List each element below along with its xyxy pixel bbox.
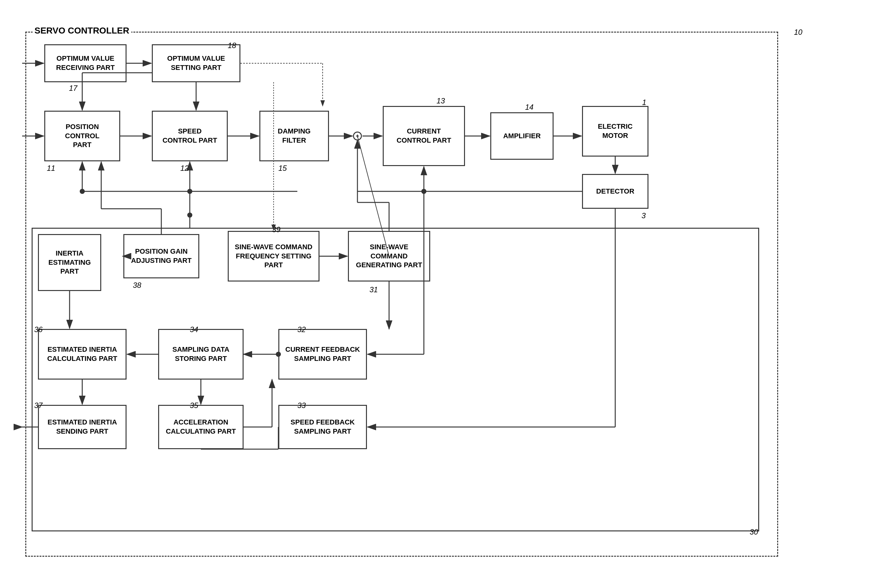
num-17: 17 <box>69 84 78 93</box>
num-36: 36 <box>34 325 43 334</box>
num-13: 13 <box>436 96 445 105</box>
detector: DETECTOR <box>582 174 648 209</box>
diagram: SERVO CONTROLLER 10 OPTIMUM VALUE RECEIV… <box>13 13 873 576</box>
num-30: 30 <box>750 528 758 537</box>
position-gain-adjusting-part: POSITION GAINADJUSTING PART <box>123 234 199 278</box>
estimated-inertia-sending-part: ESTIMATED INERTIASENDING PART <box>38 405 126 449</box>
amplifier: AMPLIFIER <box>490 112 553 160</box>
optimum-value-setting-part: OPTIMUM VALUE SETTING PART <box>152 44 240 82</box>
num-35: 35 <box>190 401 198 410</box>
current-control-part: CURRENTCONTROL PART <box>383 106 465 166</box>
optimum-value-receiving-part: OPTIMUM VALUE RECEIVING PART <box>44 44 126 82</box>
num-34: 34 <box>190 325 198 334</box>
sampling-data-storing-part: SAMPLING DATASTORING PART <box>158 329 244 380</box>
num-18: 18 <box>228 41 236 50</box>
electric-motor: ELECTRICMOTOR <box>582 106 648 157</box>
num-37: 37 <box>34 401 43 410</box>
current-feedback-sampling-part: CURRENT FEEDBACKSAMPLING PART <box>278 329 367 380</box>
damping-filter: DAMPINGFILTER <box>259 111 329 161</box>
servo-controller-label: SERVO CONTROLLER <box>33 26 131 36</box>
sine-wave-gen-part: SINE-WAVECOMMANDGENERATING PART <box>348 231 430 282</box>
num-1: 1 <box>642 98 646 107</box>
num-32: 32 <box>297 325 306 334</box>
num-10: 10 <box>794 28 802 37</box>
position-control-part: POSITIONCONTROLPART <box>44 111 120 161</box>
sum-junction: + <box>353 132 362 140</box>
estimated-inertia-calculating-part: ESTIMATED INERTIACALCULATING PART <box>38 329 126 380</box>
inertia-estimating-part: INERTIAESTIMATINGPART <box>38 234 101 291</box>
speed-control-part: SPEEDCONTROL PART <box>152 111 228 161</box>
num-3: 3 <box>642 211 646 220</box>
acceleration-calculating-part: ACCELERATIONCALCULATING PART <box>158 405 244 449</box>
num-14: 14 <box>525 103 534 112</box>
num-11: 11 <box>47 164 55 173</box>
num-15: 15 <box>278 164 287 173</box>
num-31: 31 <box>369 285 378 294</box>
num-33: 33 <box>297 401 306 410</box>
num-39: 39 <box>272 225 280 234</box>
num-38: 38 <box>133 281 141 290</box>
sine-wave-freq-setting-part: SINE-WAVE COMMANDFREQUENCY SETTINGPART <box>228 231 319 282</box>
num-12: 12 <box>180 164 189 173</box>
speed-feedback-sampling-part: SPEED FEEDBACKSAMPLING PART <box>278 405 367 449</box>
